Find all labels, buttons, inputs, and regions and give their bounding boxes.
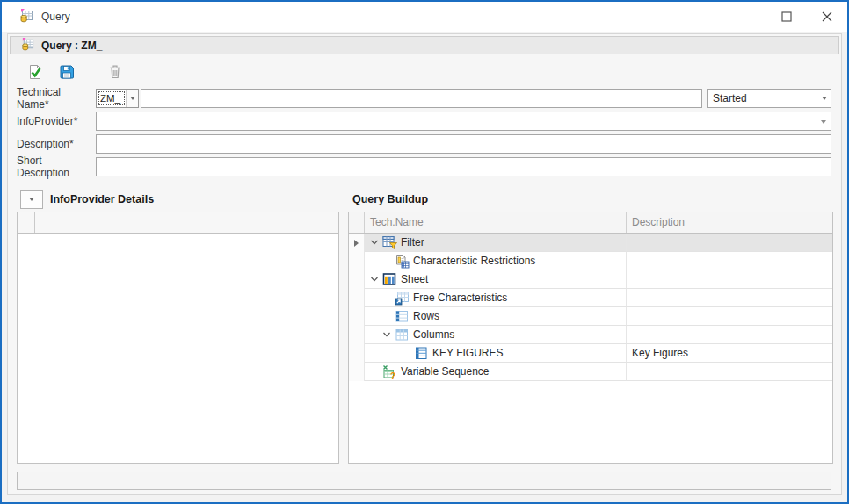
maximize-icon	[781, 11, 792, 22]
description-row: Description*	[17, 134, 831, 154]
status-dropdown-button[interactable]	[818, 97, 831, 100]
window-controls	[766, 2, 847, 32]
group-header-title: Query : ZM_	[41, 40, 102, 52]
window-title: Query	[41, 11, 70, 23]
chevron-down-icon[interactable]	[379, 330, 395, 339]
tree-row-columns[interactable]: Columns	[349, 326, 832, 344]
query-buildup-table-header: Tech.Name Description	[349, 212, 832, 234]
delete-button[interactable]	[105, 62, 125, 82]
infoprovider-label: InfoProvider*	[17, 115, 96, 127]
technical-name-combo-value: ZM_	[98, 91, 125, 105]
tree-row-description	[627, 270, 832, 289]
technical-name-input[interactable]	[141, 89, 702, 108]
tree-row-label: KEY FIGURES	[432, 347, 503, 359]
maximize-button[interactable]	[766, 2, 807, 32]
infoprovider-details-dropdown-button[interactable]	[20, 190, 43, 209]
column-header-tech-name[interactable]: Tech.Name	[365, 212, 627, 233]
technical-name-combo[interactable]: ZM_	[96, 89, 139, 108]
row-indicator	[349, 289, 365, 307]
technical-name-row: Technical Name* ZM_ Started	[17, 89, 831, 108]
description-label: Description*	[17, 138, 96, 150]
row-indicator-column	[18, 212, 35, 233]
row-indicator	[349, 234, 365, 252]
tree-row-label: Filter	[401, 236, 424, 248]
chevron-down-icon	[822, 97, 827, 100]
tree-row-label: Columns	[413, 328, 454, 341]
infoprovider-details-table-header	[18, 212, 338, 234]
free-characteristics-icon	[395, 291, 410, 306]
row-indicator	[349, 307, 365, 326]
tree-row-label: Sheet	[401, 273, 428, 285]
tree-row-description	[627, 234, 832, 252]
query-buildup-tree-body: FilterCharacteristic RestrictionsSheetFr…	[349, 234, 832, 381]
description-input[interactable]	[96, 134, 831, 154]
save-icon	[59, 64, 75, 80]
infoprovider-dropdown[interactable]	[96, 112, 831, 131]
tree-row-description	[627, 326, 832, 344]
tree-row-label: Rows	[413, 310, 439, 322]
query-window: Query Query : ZM_	[0, 0, 849, 504]
toolbar-separator	[91, 61, 91, 83]
infoprovider-row: InfoProvider*	[17, 112, 831, 131]
chevron-down-icon	[821, 120, 826, 124]
chevron-down-icon	[130, 97, 135, 100]
tree-row-rows[interactable]: Rows	[349, 307, 832, 326]
status-dropdown[interactable]: Started	[708, 89, 831, 108]
main-panel: Query : ZM_	[7, 33, 842, 495]
column-header-description[interactable]: Description	[627, 212, 832, 233]
variable-sequence-icon: ?	[382, 364, 397, 379]
query-icon	[19, 9, 33, 25]
key-figures-icon	[414, 346, 429, 361]
titlebar: Query	[2, 2, 847, 32]
tree-row-sheet[interactable]: Sheet	[349, 270, 832, 289]
tree-row-label: Characteristic Restrictions	[413, 255, 535, 267]
tree-row-description	[627, 363, 832, 381]
tree-row-description	[627, 307, 832, 326]
close-button[interactable]	[807, 2, 847, 32]
focused-row-arrow-icon	[354, 240, 359, 247]
tree-row-label: Variable Sequence	[401, 365, 490, 378]
tree-row-free-characteristics[interactable]: Free Characteristics	[349, 289, 832, 307]
tree-row-description: Key Figures	[627, 344, 832, 363]
row-indicator	[349, 252, 365, 270]
short-description-label: Short Description	[17, 155, 96, 179]
row-indicator	[349, 326, 365, 344]
svg-text:?: ?	[390, 371, 395, 379]
sheet-icon	[382, 272, 397, 287]
tree-row-description	[627, 289, 832, 307]
infoprovider-details-header: InfoProvider Details	[20, 189, 154, 210]
query-buildup-title: Query Buildup	[352, 193, 428, 205]
columns-icon	[395, 328, 410, 342]
group-header: Query : ZM_	[10, 36, 839, 54]
short-description-row: Short Description	[17, 157, 831, 176]
tree-row-variable-sequence[interactable]: ?Variable Sequence	[349, 363, 832, 381]
tree-row-filter[interactable]: Filter	[349, 234, 832, 252]
status-bar	[17, 472, 831, 490]
technical-name-combo-dropdown[interactable]	[126, 90, 138, 107]
validate-button[interactable]	[25, 62, 45, 82]
tree-row-description	[627, 252, 832, 270]
infoprovider-details-title: InfoProvider Details	[50, 193, 154, 205]
status-dropdown-value: Started	[708, 92, 818, 104]
chevron-down-icon[interactable]	[366, 238, 382, 247]
row-indicator	[349, 363, 365, 381]
row-indicator	[349, 270, 365, 289]
query-buildup-table: Tech.Name Description FilterCharacterist…	[348, 212, 833, 464]
tree-row-characteristic-restrictions[interactable]: Characteristic Restrictions	[349, 252, 832, 270]
trash-icon	[107, 64, 123, 80]
close-icon	[822, 11, 832, 22]
row-indicator-column	[349, 212, 365, 233]
save-button[interactable]	[57, 62, 76, 82]
short-description-input[interactable]	[96, 157, 831, 176]
infoprovider-details-table[interactable]	[17, 212, 339, 464]
chevron-down-icon	[29, 198, 34, 201]
technical-name-label: Technical Name*	[17, 86, 96, 111]
query-icon	[21, 38, 34, 54]
rows-icon	[395, 309, 410, 324]
tree-row-label: Free Characteristics	[413, 292, 507, 304]
validate-check-icon	[27, 64, 43, 80]
characteristic-restrictions-icon	[395, 254, 410, 269]
row-indicator	[349, 344, 365, 363]
chevron-down-icon[interactable]	[366, 275, 382, 284]
tree-row-key-figures[interactable]: KEY FIGURESKey Figures	[349, 344, 832, 363]
